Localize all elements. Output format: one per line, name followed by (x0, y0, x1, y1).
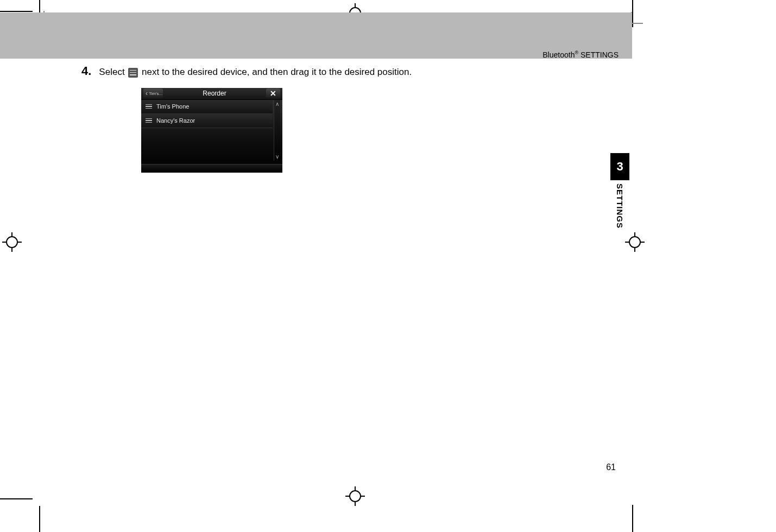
scrollbar[interactable]: ∧ ∨ (274, 100, 280, 161)
registration-mark-icon (625, 232, 645, 252)
screenshot-header: ‹ Tim's... Reorder ✕ (141, 88, 282, 100)
breadcrumb-prefix: Bluetooth (542, 50, 575, 59)
step-text: Select next to the desired device, and t… (99, 65, 412, 79)
header-band (0, 12, 632, 59)
close-button[interactable]: ✕ (266, 88, 280, 98)
registration-mark-icon (345, 486, 365, 506)
section-number: 3 (610, 153, 629, 180)
crop-mark (0, 498, 33, 499)
crop-mark (39, 506, 40, 532)
scroll-up-icon[interactable]: ∧ (274, 100, 280, 108)
back-label: Tim's... (149, 91, 162, 96)
step-4: 4. Select next to the desired device, an… (81, 65, 624, 79)
device-list: Tim's Phone Nancy's Razor (141, 100, 273, 163)
close-icon: ✕ (270, 89, 276, 98)
drag-handle-icon (128, 68, 138, 78)
screen-title: Reorder (163, 90, 266, 97)
page-content: 4. Select next to the desired device, an… (81, 65, 624, 173)
screenshot-footer (141, 164, 282, 173)
crop-mark (631, 12, 643, 24)
crop-mark (0, 11, 33, 12)
step-text-before: Select (99, 67, 127, 77)
breadcrumb-suffix: SETTINGS (578, 50, 619, 59)
list-item[interactable]: Nancy's Razor (141, 114, 273, 128)
section-label: SETTINGS (615, 183, 624, 229)
list-item[interactable]: Tim's Phone (141, 100, 273, 114)
reorder-screenshot: ‹ Tim's... Reorder ✕ Tim's Phone Nancy's… (141, 88, 282, 173)
scroll-down-icon[interactable]: ∨ (274, 153, 280, 161)
chevron-left-icon: ‹ (146, 90, 148, 97)
drag-handle-icon[interactable] (146, 104, 152, 109)
crop-mark (632, 505, 633, 532)
drag-handle-icon[interactable] (146, 118, 152, 123)
back-button[interactable]: ‹ Tim's... (143, 88, 163, 98)
step-number: 4. (81, 65, 91, 77)
page-number: 61 (606, 463, 616, 472)
device-name: Nancy's Razor (156, 117, 195, 124)
device-name: Tim's Phone (156, 103, 189, 110)
section-tab: 3 SETTINGS (610, 153, 629, 229)
step-text-after: next to the desired device, and then dra… (142, 67, 412, 77)
registration-mark-icon (2, 232, 22, 252)
breadcrumb: Bluetooth® SETTINGS (542, 50, 619, 59)
